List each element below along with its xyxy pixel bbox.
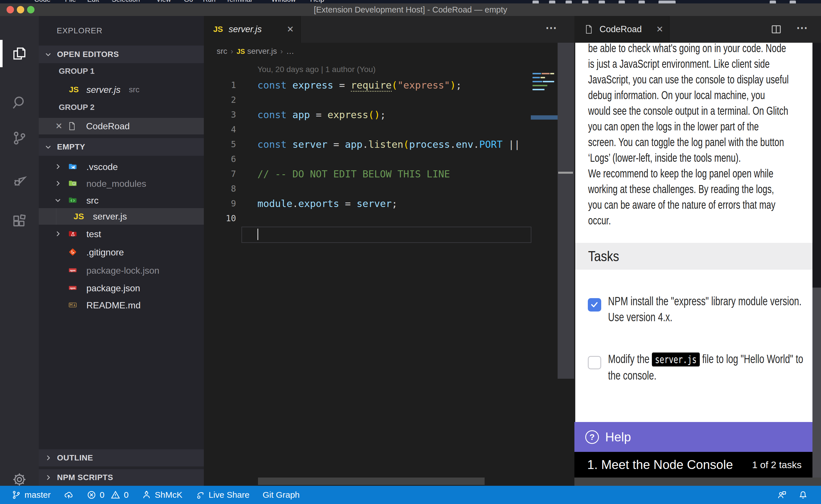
titlebar[interactable]: [Extension Development Host] - CodeRoad … <box>0 3 821 16</box>
menu-item[interactable]: Code <box>34 0 50 3</box>
menu-item[interactable]: Edit <box>87 0 99 3</box>
tree-item--gitignore[interactable]: .gitignore <box>39 244 204 261</box>
menu-item[interactable]: Selection <box>112 0 140 3</box>
menu-item[interactable]: Run <box>203 0 216 3</box>
vertical-scrollbar[interactable] <box>557 43 574 379</box>
editor-actions-icon[interactable]: ⋯ <box>545 21 558 34</box>
explorer-sidebar: EXPLORER OPEN EDITORS GROUP 1 JS server.… <box>39 16 204 486</box>
chevron-down-icon <box>44 143 52 151</box>
sync-changes-button[interactable] <box>64 490 73 500</box>
question-circle-icon: ? <box>585 430 599 444</box>
breadcrumb[interactable]: src›JS server.js›… <box>217 43 294 60</box>
svg-text:JS: JS <box>73 183 75 185</box>
menubar-clock <box>659 1 676 3</box>
chevron-right-icon <box>44 474 52 481</box>
menu-item[interactable]: Go <box>184 0 193 3</box>
git-graph-button[interactable]: Git Graph <box>263 490 300 500</box>
code-line-3[interactable]: 3const app = express(); <box>204 107 531 122</box>
tree-item-node-modules[interactable]: JSnode_modules <box>39 175 204 192</box>
minimap-slider[interactable] <box>531 115 557 120</box>
search-icon[interactable] <box>0 89 39 116</box>
menu-item[interactable]: Help <box>310 0 324 3</box>
tree-item-readme-md[interactable]: README.md <box>39 297 204 314</box>
code-line-2[interactable]: 2 <box>204 93 531 107</box>
close-tab-icon[interactable]: ✕ <box>287 16 294 43</box>
feedback-button[interactable] <box>777 490 787 500</box>
tree-item-package-lock-json[interactable]: npmpackage-lock.json <box>39 262 204 279</box>
chevron-down-icon <box>44 51 52 58</box>
menu-item[interactable]: View <box>156 0 171 3</box>
menu-item[interactable]: Terminal <box>226 0 252 3</box>
run-debug-icon[interactable] <box>0 167 39 194</box>
code-line-8[interactable]: 8 <box>204 181 531 196</box>
code-line-4[interactable]: 4 <box>204 122 531 137</box>
problems-status[interactable]: 0 0 <box>87 490 128 500</box>
project-section-header[interactable]: EMPTY <box>39 138 204 156</box>
file-name: .vscode <box>86 159 118 175</box>
notifications-button[interactable] <box>798 490 808 500</box>
current-line-highlight <box>242 227 531 243</box>
extensions-icon[interactable] <box>0 207 39 235</box>
account-status[interactable]: ShMcK <box>142 490 182 500</box>
tree-item-test[interactable]: test <box>39 226 204 242</box>
line-number: 4 <box>204 122 236 137</box>
code-line-10[interactable]: 10 <box>204 211 531 226</box>
close-icon[interactable]: ✕ <box>55 118 62 134</box>
open-editors-header[interactable]: OPEN EDITORS <box>39 46 204 63</box>
code-line-5[interactable]: 5const server = app.listen(process.env.P… <box>204 137 531 152</box>
task2-checkbox-unchecked[interactable] <box>588 356 601 369</box>
tab-coderoad[interactable]: CodeRoad ✕ <box>574 16 670 43</box>
tab-serverjs[interactable]: JS server.js ✕ <box>204 16 301 43</box>
test-file-icon <box>67 229 78 239</box>
horizontal-scrollbar[interactable] <box>258 478 485 485</box>
tree-item--vscode[interactable]: .vscode <box>39 159 204 175</box>
macos-menubar[interactable]: Code File Edit Selection View Go Run Ter… <box>0 0 821 3</box>
tasks-section-header: Tasks <box>575 243 812 270</box>
open-editor-coderoad[interactable]: ✕ CodeRoad <box>39 118 204 134</box>
gitlens-blame-annotation: You, 20 days ago | 1 author (You) <box>258 65 376 74</box>
menu-item[interactable]: Window <box>271 0 296 3</box>
code-line-1[interactable]: 1const express = require("express"); <box>204 78 531 93</box>
explorer-icon[interactable] <box>0 40 39 67</box>
task1-checkbox-checked[interactable] <box>588 298 601 312</box>
outline-section-header[interactable]: OUTLINE <box>39 449 204 466</box>
activity-bar <box>0 16 39 486</box>
npm-file-icon: npm <box>67 266 78 276</box>
menubar-status-icon <box>619 1 625 3</box>
menubar-status-icon <box>565 1 572 3</box>
node-file-icon: JS <box>67 179 78 189</box>
split-editor-icon[interactable] <box>771 24 782 35</box>
line-number: 3 <box>204 107 236 122</box>
error-icon <box>87 490 96 500</box>
warning-icon <box>111 490 120 500</box>
code-line-9[interactable]: 9module.exports = server; <box>204 196 531 211</box>
close-tab-icon[interactable]: ✕ <box>656 16 663 43</box>
editor-actions-icon[interactable]: ⋯ <box>796 21 809 34</box>
srcf-file-icon <box>67 196 78 206</box>
editor-group: JS server.js ✕ ⋯ src›JS server.js›… You,… <box>204 16 574 486</box>
npm-scripts-section-header[interactable]: NPM SCRIPTS <box>39 469 204 486</box>
source-control-icon[interactable] <box>0 124 39 152</box>
git-branch-status[interactable]: master <box>11 490 51 500</box>
tree-item-package-json[interactable]: npmpackage.json <box>39 280 204 296</box>
tree-item-server-js[interactable]: JSserver.js <box>39 208 204 225</box>
menubar-status-icon <box>790 1 796 3</box>
menu-item[interactable]: File <box>65 0 76 3</box>
cloud-upload-icon <box>64 490 73 500</box>
code-line-7[interactable]: 7// -- DO NOT EDIT BELOW THIS LINE <box>204 167 531 181</box>
open-editor-serverjs[interactable]: JS server.js src <box>39 81 204 98</box>
minimap[interactable] <box>531 62 557 147</box>
task2-text: Modify the server.js file to log "Hello … <box>608 351 812 384</box>
help-bar[interactable]: ? Help <box>574 422 812 452</box>
file-name: package.json <box>86 280 140 296</box>
file-name: test <box>86 226 101 242</box>
lesson-footer-bar[interactable]: 1. Meet the Node Console 1 of 2 tasks <box>574 452 812 478</box>
code-line-6[interactable]: 6 <box>204 152 531 167</box>
lesson-title: 1. Meet the Node Console <box>587 452 733 478</box>
live-share-button[interactable]: Live Share <box>195 490 250 500</box>
js-file-icon: JS <box>213 16 223 43</box>
webview-scrollbar[interactable] <box>812 43 821 478</box>
chevron-right-icon <box>44 454 52 462</box>
tree-item-src[interactable]: src <box>39 192 204 209</box>
task-progress: 1 of 2 tasks <box>752 452 802 478</box>
